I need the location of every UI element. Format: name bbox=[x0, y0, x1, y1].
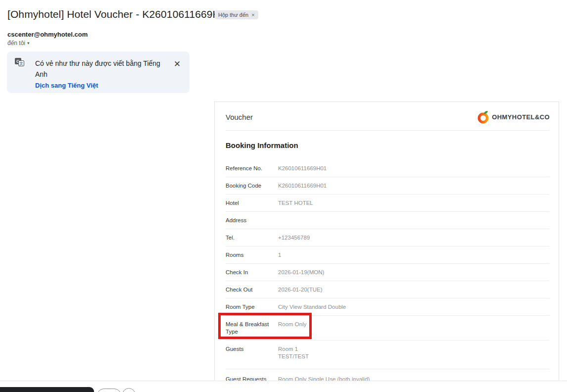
chevron-down-icon: ▾ bbox=[27, 41, 30, 46]
table-row: Reference No. K26010611669H01 bbox=[226, 160, 550, 177]
row-value: Room 1 TEST/TEST bbox=[278, 345, 550, 360]
google-translate-icon: G 文 bbox=[15, 58, 25, 67]
row-label: Guests bbox=[226, 345, 278, 353]
translate-banner: G 文 Có vẻ như thư này được viết bằng Tiế… bbox=[7, 51, 189, 93]
row-label: Meal & Breakfast Type bbox=[226, 321, 278, 336]
reply-button[interactable] bbox=[97, 389, 121, 392]
banner-close-icon[interactable]: ✕ bbox=[172, 58, 183, 69]
row-value: K26010611669H01 bbox=[278, 182, 550, 190]
table-row: Booking Code K26010611669H01 bbox=[226, 177, 550, 195]
table-row: Check Out 2026-01-20(TUE) bbox=[226, 281, 550, 298]
booking-information-title: Booking Information bbox=[226, 141, 298, 149]
table-row: Hotel TEST HOTEL bbox=[226, 195, 550, 212]
row-value: K26010611669H01 bbox=[278, 165, 550, 172]
row-label: Reference No. bbox=[226, 165, 278, 172]
translate-icon-char: 文 bbox=[18, 60, 24, 66]
brand-name: OHMYHOTEL&CO bbox=[492, 113, 550, 121]
email-subject: [Ohmyhotel] Hotel Voucher - K26010611669… bbox=[7, 8, 232, 20]
table-row: Address bbox=[226, 212, 550, 229]
table-row-meal-breakfast: Meal & Breakfast Type Room Only bbox=[226, 316, 550, 341]
chip-close-icon[interactable]: × bbox=[251, 12, 254, 18]
row-label: Check In bbox=[226, 269, 278, 276]
row-label: Tel. bbox=[226, 234, 278, 242]
table-row: Guests Room 1 TEST/TEST bbox=[226, 341, 550, 369]
message-bottom-divider bbox=[0, 381, 567, 381]
row-value: TEST HOTEL bbox=[278, 199, 550, 207]
translate-banner-message: Có vẻ như thư này được viết bằng Tiếng A… bbox=[35, 58, 170, 80]
table-row: Check In 2026-01-19(MON) bbox=[226, 264, 550, 281]
row-value: +123456789 bbox=[278, 234, 550, 242]
inbox-label-text: Hộp thư đến bbox=[218, 12, 248, 18]
gmail-message-view: [Ohmyhotel] Hotel Voucher - K26010611669… bbox=[0, 0, 567, 392]
sender-email[interactable]: cscenter@ohmyhotel.com bbox=[7, 31, 88, 38]
voucher-card-header: Voucher OHMYHOTEL&CO bbox=[226, 102, 550, 131]
booking-table: Reference No. K26010611669H01 Booking Co… bbox=[226, 160, 550, 381]
voucher-card: Voucher OHMYHOTEL&CO Booking Information… bbox=[214, 101, 559, 381]
to-me-label: đến tôi bbox=[7, 40, 25, 47]
table-row: Guest Requests Room Only Single Use (bot… bbox=[226, 369, 550, 381]
row-value: 2026-01-20(TUE) bbox=[278, 286, 550, 294]
row-label: Room Type bbox=[226, 303, 278, 311]
inbox-label-chip[interactable]: Hộp thư đến × bbox=[215, 10, 258, 19]
row-label: Address bbox=[226, 217, 278, 224]
table-row: Tel. +123456789 bbox=[226, 229, 550, 246]
recipient-details-toggle[interactable]: đến tôi ▾ bbox=[7, 40, 30, 47]
row-value: 1 bbox=[278, 251, 550, 259]
translate-action-link[interactable]: Dịch sang Tiếng Việt bbox=[35, 82, 98, 89]
row-value: Room Only bbox=[278, 321, 550, 328]
row-label: Hotel bbox=[226, 199, 278, 207]
row-value: Room Only Single Use (both invalid) bbox=[278, 376, 550, 381]
row-label: Rooms bbox=[226, 251, 278, 259]
tooltip-bar bbox=[0, 387, 94, 392]
emoji-reaction-button[interactable] bbox=[122, 388, 136, 392]
row-label: Check Out bbox=[226, 286, 278, 294]
row-value: City View Standard Double bbox=[278, 303, 550, 311]
table-row: Room Type City View Standard Double bbox=[226, 298, 550, 316]
row-label: Guest Requests bbox=[226, 376, 278, 381]
brand-logo: OHMYHOTEL&CO bbox=[477, 110, 550, 124]
row-value: 2026-01-19(MON) bbox=[278, 269, 550, 276]
row-label: Booking Code bbox=[226, 182, 278, 190]
orange-ring-leaf-icon bbox=[477, 110, 489, 124]
table-row: Rooms 1 bbox=[226, 246, 550, 264]
voucher-title: Voucher bbox=[226, 113, 253, 121]
